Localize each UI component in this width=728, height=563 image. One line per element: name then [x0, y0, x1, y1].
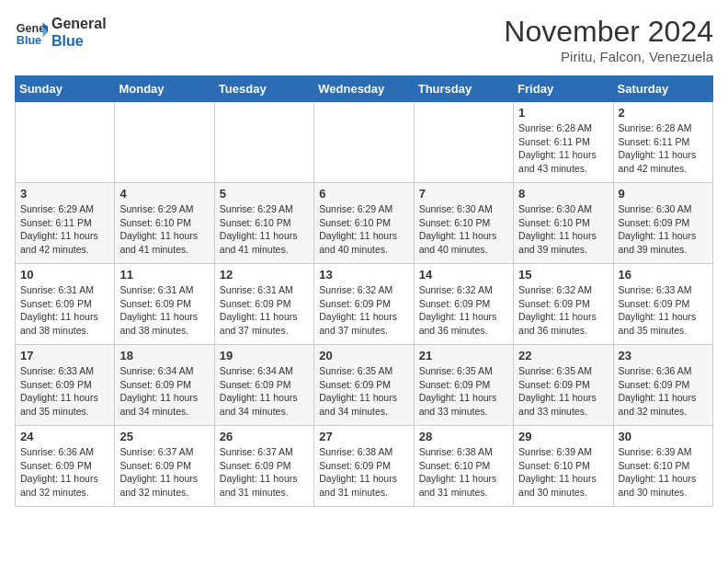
calendar-cell: 27Sunrise: 6:38 AM Sunset: 6:09 PM Dayli… — [314, 426, 414, 507]
calendar-cell: 13Sunrise: 6:32 AM Sunset: 6:09 PM Dayli… — [314, 264, 414, 345]
page-header: General Blue General Blue November 2024 … — [15, 15, 713, 64]
calendar-cell: 28Sunrise: 6:38 AM Sunset: 6:10 PM Dayli… — [414, 426, 513, 507]
day-number: 25 — [119, 430, 209, 443]
day-number: 20 — [319, 349, 408, 362]
calendar-cell: 29Sunrise: 6:39 AM Sunset: 6:10 PM Dayli… — [514, 426, 613, 507]
calendar-cell: 25Sunrise: 6:37 AM Sunset: 6:09 PM Dayli… — [115, 426, 214, 507]
calendar-cell — [314, 102, 414, 183]
day-number: 18 — [119, 349, 209, 362]
calendar-cell: 22Sunrise: 6:35 AM Sunset: 6:09 PM Dayli… — [514, 345, 613, 426]
day-info: Sunrise: 6:33 AM Sunset: 6:09 PM Dayligh… — [619, 283, 708, 338]
calendar-cell: 18Sunrise: 6:34 AM Sunset: 6:09 PM Dayli… — [115, 345, 214, 426]
weekday-header-monday: Monday — [115, 76, 214, 102]
day-number: 30 — [619, 430, 708, 443]
day-info: Sunrise: 6:29 AM Sunset: 6:11 PM Dayligh… — [20, 202, 109, 257]
weekday-header-sunday: Sunday — [16, 76, 115, 102]
day-number: 17 — [20, 349, 109, 362]
calendar-cell: 21Sunrise: 6:35 AM Sunset: 6:09 PM Dayli… — [414, 345, 513, 426]
calendar-cell: 26Sunrise: 6:37 AM Sunset: 6:09 PM Dayli… — [214, 426, 313, 507]
calendar-week-row: 3Sunrise: 6:29 AM Sunset: 6:11 PM Daylig… — [16, 183, 713, 264]
day-info: Sunrise: 6:34 AM Sunset: 6:09 PM Dayligh… — [119, 364, 209, 419]
day-number: 10 — [20, 268, 109, 282]
day-number: 13 — [319, 268, 408, 282]
day-info: Sunrise: 6:34 AM Sunset: 6:09 PM Dayligh… — [220, 364, 309, 419]
day-number: 1 — [518, 106, 608, 120]
title-block: November 2024 Piritu, Falcon, Venezuela — [504, 15, 713, 64]
weekday-header-row: SundayMondayTuesdayWednesdayThursdayFrid… — [16, 76, 713, 102]
calendar-table: SundayMondayTuesdayWednesdayThursdayFrid… — [15, 75, 713, 507]
calendar-cell: 8Sunrise: 6:30 AM Sunset: 6:10 PM Daylig… — [514, 183, 613, 264]
svg-text:Blue: Blue — [17, 34, 41, 47]
weekday-header-saturday: Saturday — [613, 76, 712, 102]
day-info: Sunrise: 6:32 AM Sunset: 6:09 PM Dayligh… — [419, 283, 508, 338]
day-info: Sunrise: 6:37 AM Sunset: 6:09 PM Dayligh… — [220, 445, 309, 500]
calendar-cell: 14Sunrise: 6:32 AM Sunset: 6:09 PM Dayli… — [414, 264, 513, 345]
day-number: 24 — [20, 430, 109, 443]
calendar-cell: 10Sunrise: 6:31 AM Sunset: 6:09 PM Dayli… — [16, 264, 115, 345]
day-number: 12 — [220, 268, 309, 282]
calendar-week-row: 10Sunrise: 6:31 AM Sunset: 6:09 PM Dayli… — [16, 264, 713, 345]
calendar-cell: 30Sunrise: 6:39 AM Sunset: 6:10 PM Dayli… — [613, 426, 712, 507]
weekday-header-thursday: Thursday — [414, 76, 513, 102]
calendar-week-row: 1Sunrise: 6:28 AM Sunset: 6:11 PM Daylig… — [16, 102, 713, 183]
day-info: Sunrise: 6:30 AM Sunset: 6:10 PM Dayligh… — [419, 202, 508, 257]
calendar-cell: 16Sunrise: 6:33 AM Sunset: 6:09 PM Dayli… — [613, 264, 712, 345]
day-number: 8 — [518, 187, 608, 201]
calendar-cell: 9Sunrise: 6:30 AM Sunset: 6:09 PM Daylig… — [613, 183, 712, 264]
calendar-cell: 11Sunrise: 6:31 AM Sunset: 6:09 PM Dayli… — [115, 264, 214, 345]
logo-blue: Blue — [51, 32, 107, 50]
day-info: Sunrise: 6:35 AM Sunset: 6:09 PM Dayligh… — [419, 364, 508, 419]
weekday-header-tuesday: Tuesday — [214, 76, 313, 102]
logo-icon: General Blue — [15, 16, 48, 49]
day-info: Sunrise: 6:38 AM Sunset: 6:10 PM Dayligh… — [419, 445, 508, 500]
calendar-cell: 15Sunrise: 6:32 AM Sunset: 6:09 PM Dayli… — [514, 264, 613, 345]
calendar-cell: 20Sunrise: 6:35 AM Sunset: 6:09 PM Dayli… — [314, 345, 414, 426]
day-info: Sunrise: 6:36 AM Sunset: 6:09 PM Dayligh… — [20, 445, 109, 500]
logo-general: General — [51, 15, 107, 32]
day-number: 26 — [220, 430, 309, 443]
day-number: 21 — [419, 349, 508, 362]
day-number: 6 — [319, 187, 408, 201]
day-info: Sunrise: 6:35 AM Sunset: 6:09 PM Dayligh… — [518, 364, 608, 419]
calendar-week-row: 17Sunrise: 6:33 AM Sunset: 6:09 PM Dayli… — [16, 345, 713, 426]
day-info: Sunrise: 6:32 AM Sunset: 6:09 PM Dayligh… — [319, 283, 408, 338]
calendar-cell: 5Sunrise: 6:29 AM Sunset: 6:10 PM Daylig… — [214, 183, 313, 264]
day-number: 11 — [119, 268, 209, 282]
day-number: 15 — [518, 268, 608, 282]
day-info: Sunrise: 6:29 AM Sunset: 6:10 PM Dayligh… — [319, 202, 408, 257]
day-info: Sunrise: 6:39 AM Sunset: 6:10 PM Dayligh… — [518, 445, 608, 500]
calendar-cell: 3Sunrise: 6:29 AM Sunset: 6:11 PM Daylig… — [16, 183, 115, 264]
calendar-cell: 7Sunrise: 6:30 AM Sunset: 6:10 PM Daylig… — [414, 183, 513, 264]
calendar-cell: 19Sunrise: 6:34 AM Sunset: 6:09 PM Dayli… — [214, 345, 313, 426]
day-number: 4 — [119, 187, 209, 201]
day-info: Sunrise: 6:29 AM Sunset: 6:10 PM Dayligh… — [220, 202, 309, 257]
day-number: 3 — [20, 187, 109, 201]
day-number: 22 — [518, 349, 608, 362]
day-info: Sunrise: 6:37 AM Sunset: 6:09 PM Dayligh… — [119, 445, 209, 500]
calendar-cell: 4Sunrise: 6:29 AM Sunset: 6:10 PM Daylig… — [115, 183, 214, 264]
weekday-header-wednesday: Wednesday — [314, 76, 414, 102]
month-title: November 2024 — [504, 15, 713, 49]
calendar-cell: 12Sunrise: 6:31 AM Sunset: 6:09 PM Dayli… — [214, 264, 313, 345]
day-number: 29 — [518, 430, 608, 443]
day-info: Sunrise: 6:31 AM Sunset: 6:09 PM Dayligh… — [220, 283, 309, 338]
day-number: 19 — [220, 349, 309, 362]
calendar-cell — [16, 102, 115, 183]
day-number: 5 — [220, 187, 309, 201]
day-number: 27 — [319, 430, 408, 443]
day-number: 7 — [419, 187, 508, 201]
calendar-cell — [414, 102, 513, 183]
calendar-cell: 24Sunrise: 6:36 AM Sunset: 6:09 PM Dayli… — [16, 426, 115, 507]
calendar-cell: 6Sunrise: 6:29 AM Sunset: 6:10 PM Daylig… — [314, 183, 414, 264]
day-number: 14 — [419, 268, 508, 282]
day-number: 23 — [619, 349, 708, 362]
logo: General Blue General Blue — [15, 15, 107, 50]
calendar-cell — [115, 102, 214, 183]
weekday-header-friday: Friday — [514, 76, 613, 102]
calendar-week-row: 24Sunrise: 6:36 AM Sunset: 6:09 PM Dayli… — [16, 426, 713, 507]
calendar-cell: 1Sunrise: 6:28 AM Sunset: 6:11 PM Daylig… — [514, 102, 613, 183]
day-info: Sunrise: 6:30 AM Sunset: 6:10 PM Dayligh… — [518, 202, 608, 257]
day-number: 28 — [419, 430, 508, 443]
day-info: Sunrise: 6:36 AM Sunset: 6:09 PM Dayligh… — [619, 364, 708, 419]
calendar-cell: 23Sunrise: 6:36 AM Sunset: 6:09 PM Dayli… — [613, 345, 712, 426]
